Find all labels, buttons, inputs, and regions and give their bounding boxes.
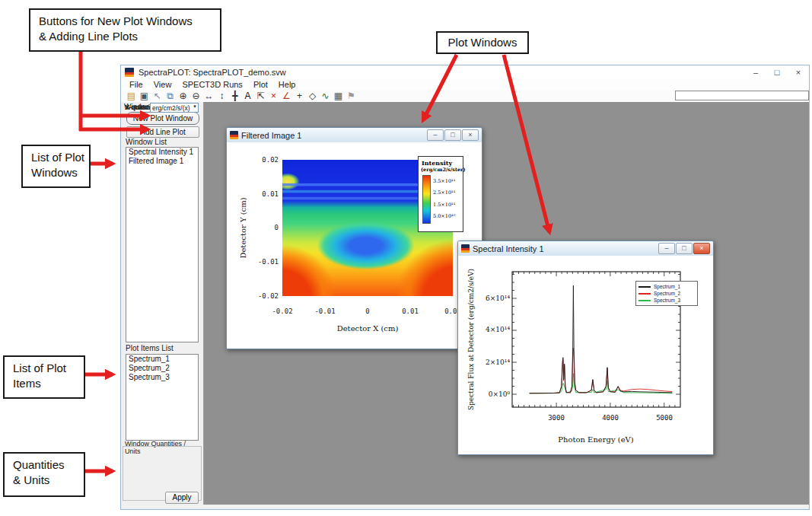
window-list-item[interactable]: Filtered Image 1 [126, 157, 198, 166]
menubar: FileViewSPECT3D RunsPlotHelp [121, 79, 809, 90]
move-icon[interactable]: ╋ [228, 91, 241, 102]
x-tick: 0.01 [396, 307, 424, 315]
annotation-text: List of Plot [13, 361, 84, 376]
mdi-workspace: Filtered Image 1 – □ × 0.02 0.01 0 -0.01 [204, 102, 809, 505]
flag-icon[interactable]: ⚑ [345, 91, 358, 102]
y-tick: 0.01 [254, 190, 279, 198]
app-window-controls: – □ × [745, 68, 809, 77]
resize-vertical-icon[interactable]: ↕ [215, 91, 228, 102]
colorbar-ticks: 3.5×10¹¹ 2.5×10¹¹ 1.5×10¹¹ 5.0×10¹⁰ [433, 175, 455, 222]
content-area: Windows New Plot Window Add Line Plot Wi… [121, 102, 809, 505]
annotation-buttons-note: Buttons for New Plot Windows & Adding Li… [29, 8, 221, 52]
spectral-titlebar[interactable]: Spectral Intensity 1 – □ × [458, 241, 713, 256]
resize-horizontal-icon[interactable]: ↔ [202, 91, 215, 102]
x-tick: -0.02 [269, 307, 296, 315]
annotation-text: & Adding Line Plots [39, 29, 220, 44]
sidebar: Windows New Plot Window Add Line Plot Wi… [121, 102, 204, 505]
menu-item[interactable]: File [124, 80, 148, 89]
text-tool-icon[interactable]: A [241, 91, 254, 102]
annotation-quantities: Quantities & Units [3, 452, 85, 497]
close-button[interactable]: × [788, 68, 809, 77]
annotation-window-list: List of Plot Windows [21, 145, 91, 188]
colorbar-tick: 2.5×10¹¹ [433, 190, 455, 196]
target-marker-icon[interactable]: ◇ [306, 91, 319, 102]
cursor-icon[interactable]: ↖ [151, 91, 164, 102]
select-pages-icon[interactable]: ⧉ [164, 91, 177, 102]
legend-units: (erg/cm2/s/ster) [421, 167, 463, 173]
x-axis-label: Detector X (cm) [282, 324, 453, 333]
legend-label: Spectrum_1 [654, 284, 680, 289]
maximize-button[interactable]: □ [444, 129, 461, 141]
line-plot-icon[interactable]: ∿ [319, 91, 332, 102]
maximize-button[interactable]: □ [676, 243, 693, 254]
annotation-plot-windows: Plot Windows [436, 31, 529, 54]
y-tick: -0.02 [254, 292, 279, 300]
spectral-window-controls: – □ × [658, 243, 713, 254]
y-axis-label: Spectral Flux at Detector (erg/cm2/s/eV) [467, 269, 475, 410]
annotation-plot-items: List of Plot Items [3, 355, 85, 399]
plot-item[interactable]: Spectrum_2 [126, 364, 198, 373]
spectral-client: 6×10¹⁴ 4×10¹⁴ 2×10¹⁴ 0×10⁰ 3000 4000 500… [458, 256, 713, 454]
legend-entry: Spectrum_1 [638, 283, 695, 290]
apply-button[interactable]: Apply [165, 492, 199, 504]
legend-line-sample [638, 293, 651, 295]
menu-item[interactable]: Plot [248, 80, 273, 89]
chevron-down-icon: ▼ [193, 104, 197, 109]
colorbar-row: 3.5×10¹¹ 2.5×10¹¹ 1.5×10¹¹ 5.0×10¹⁰ [422, 175, 463, 224]
save-icon[interactable]: ▣ [138, 91, 151, 102]
maximize-button[interactable]: □ [766, 68, 788, 77]
spectral-legend: Spectrum_1 Spectrum_2 Spectr [635, 281, 698, 306]
series-spectrum-2 [530, 348, 673, 393]
x-tick: 0 [354, 307, 381, 315]
y-tick: 0.02 [254, 156, 279, 164]
filtered-titlebar[interactable]: Filtered Image 1 – □ × [227, 128, 482, 143]
colorbar-tick: 5.0×10¹⁰ [433, 213, 455, 219]
menu-item[interactable]: SPECT3D Runs [177, 80, 247, 89]
delete-icon[interactable]: × [267, 91, 280, 102]
filtered-title: Filtered Image 1 [241, 131, 301, 140]
minimize-button[interactable]: – [745, 68, 766, 77]
add-line-plot-button[interactable]: Add Line Plot [126, 126, 199, 138]
annotation-text: Windows [31, 165, 89, 180]
toolbar-text-input[interactable] [675, 91, 809, 100]
new-plot-window-button[interactable]: New Plot Window [126, 112, 199, 125]
x-axis-label: Photon Energy (eV) [558, 435, 634, 444]
filtered-client: 0.02 0.01 0 -0.01 -0.02 -0.02 -0.01 0 0.… [227, 142, 482, 349]
quantity-select[interactable]: erg/cm2/s/(x) ▼ [150, 103, 199, 113]
plot-item[interactable]: Spectrum_1 [126, 355, 198, 364]
colorbar-tick: 3.5×10¹¹ [433, 178, 455, 184]
menu-item[interactable]: Help [273, 80, 301, 89]
pointer-arrow-icon[interactable]: ⇱ [254, 91, 267, 102]
combo-value: erg/cm2/s/(x) [152, 104, 190, 112]
minimize-button[interactable]: – [658, 243, 675, 254]
y-tick: 0×10⁰ [489, 390, 511, 398]
annotation-text: & Units [13, 473, 84, 488]
open-file-icon[interactable]: ▤ [125, 91, 138, 102]
spectral-intensity-window: Spectral Intensity 1 – □ × [457, 240, 714, 455]
filtered-window-controls: – □ × [427, 129, 482, 141]
close-button[interactable]: × [693, 243, 710, 254]
zoom-in-icon[interactable]: ⊕ [177, 91, 189, 102]
y-tick: 4×10¹⁴ [486, 326, 510, 333]
angle-tool-icon[interactable]: ∠ [280, 91, 293, 102]
app-window: SpectraPLOT: SpectraPLOT_demo.svw – □ × … [120, 65, 810, 510]
y-tick: -0.01 [254, 258, 279, 266]
y-tick: 6×10¹⁴ [486, 295, 510, 302]
menu-item[interactable]: View [148, 80, 177, 89]
app-logo-icon [125, 68, 134, 77]
annotation-text: Items [13, 376, 84, 391]
window-list-item[interactable]: Spectral Intensity 1 [126, 148, 198, 157]
y-tick: 2×10¹⁴ [486, 358, 510, 366]
close-button[interactable]: × [462, 129, 479, 141]
legend-entry: Spectrum_3 [638, 297, 695, 304]
table-icon[interactable]: ▦ [332, 91, 345, 102]
plot-item[interactable]: Spectrum_3 [126, 373, 198, 382]
x-tick: -0.01 [311, 307, 339, 315]
zoom-out-icon[interactable]: ⊖ [189, 91, 202, 102]
minimize-button[interactable]: – [427, 129, 444, 141]
window-list-label: Window List [126, 138, 167, 146]
plot-window-icon [230, 131, 238, 139]
colorbar-tick: 1.5×10¹¹ [433, 202, 455, 208]
app-titlebar[interactable]: SpectraPLOT: SpectraPLOT_demo.svw – □ × [121, 65, 809, 79]
add-point-icon[interactable]: + [293, 91, 306, 102]
